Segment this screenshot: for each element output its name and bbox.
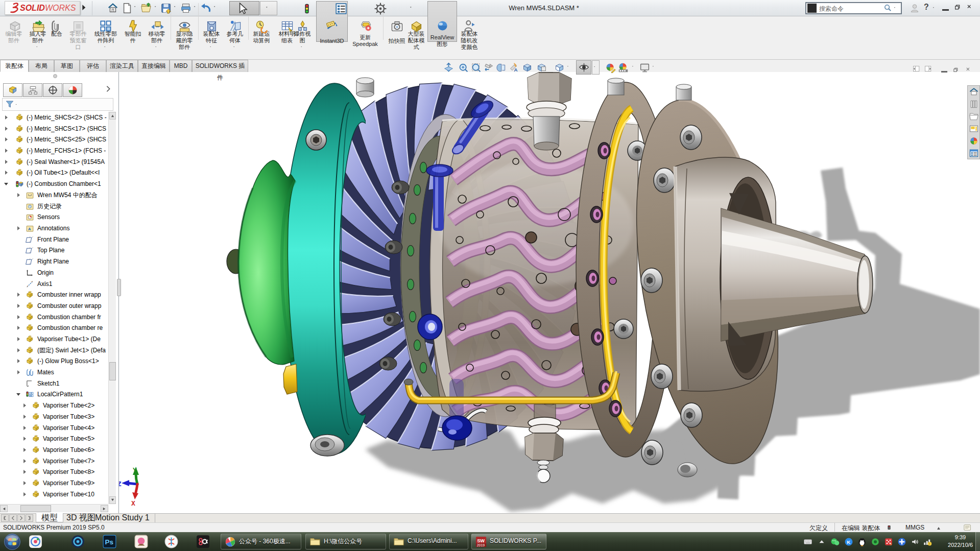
svg-text:X: X <box>131 500 135 508</box>
svg-text:Ps: Ps <box>105 538 114 546</box>
svg-text:K: K <box>847 539 850 545</box>
svg-text:2019: 2019 <box>477 543 485 547</box>
svg-text:A: A <box>28 227 31 231</box>
svg-text:!: ! <box>929 542 930 545</box>
svg-text:!: ! <box>891 543 892 546</box>
svg-text:SW: SW <box>477 538 485 543</box>
svg-text:A: A <box>514 67 518 73</box>
svg-text:Y: Y <box>133 467 137 474</box>
